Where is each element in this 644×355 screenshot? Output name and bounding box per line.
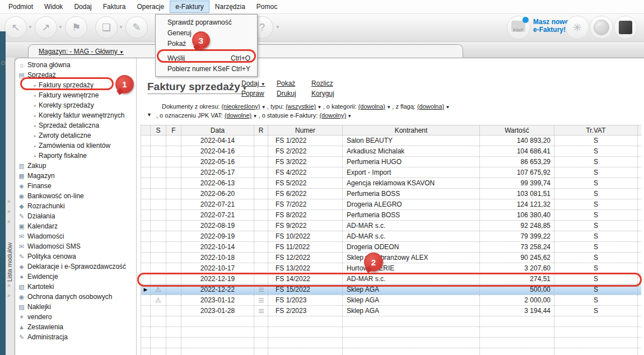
menu-podmiot[interactable]: Podmiot bbox=[3, 1, 39, 13]
sidebar-item-zakup[interactable]: ▥Zakup bbox=[15, 161, 136, 171]
menu-operacje[interactable]: Operacje bbox=[131, 1, 170, 13]
new-efaktury-notification[interactable]: Masz nowe e-Faktury! bbox=[533, 18, 568, 34]
sidebar-item-wiadomo-ci-sms[interactable]: ✉Wiadomości SMS bbox=[15, 241, 136, 251]
module-chevron-icon[interactable]: > bbox=[7, 199, 10, 204]
efaktury-menu-item-sprawd-poprawno[interactable]: Sprawdź poprawność bbox=[156, 17, 257, 27]
filter-value-dowolne[interactable]: (dowolne) bbox=[225, 112, 251, 119]
menu-dodaj[interactable]: Dodaj bbox=[68, 1, 97, 13]
module-chevron-icon[interactable]: > bbox=[7, 219, 10, 225]
toolbar-dropdown-arrow-icon[interactable]: ▼ bbox=[119, 25, 123, 30]
table-empty-row[interactable] bbox=[141, 338, 641, 348]
filter-collapse-icon[interactable]: ▼ bbox=[147, 112, 152, 118]
header-tr-vat[interactable]: Tr.VAT bbox=[554, 125, 638, 135]
header-warto[interactable]: Wartość bbox=[480, 125, 554, 135]
header-numer[interactable]: Numer bbox=[268, 125, 343, 135]
table-row[interactable]: 2022-04-14FS 1/2022Salon BEAUTY140 893,2… bbox=[141, 136, 641, 146]
header-kontrahent[interactable]: Kontrahent bbox=[343, 125, 480, 135]
sidebar-item-zestawienia[interactable]: ▲Zestawienia bbox=[15, 322, 136, 332]
sidebar-item-zam-wienia-od-klient-w[interactable]: ●Zamówienia od klientów bbox=[15, 141, 136, 151]
table-row[interactable]: 2022-07-21FS 8/2022Perfumeria BOSS106 38… bbox=[141, 210, 641, 221]
table-row[interactable]: 2022-10-14FS 11/2022Drogeria ODEON73 258… bbox=[141, 242, 641, 253]
sidebar-item-polityka-cenowa[interactable]: ✎Polityka cenowa bbox=[15, 251, 136, 261]
sidebar-item-deklaracje-i-e-sprawozdawczo[interactable]: ◈Deklaracje i e-Sprawozdawczość bbox=[15, 261, 136, 272]
menu-narz-dzia[interactable]: Narzędzia bbox=[209, 1, 251, 13]
filter-value-wszystkie[interactable]: (wszystkie) bbox=[286, 103, 316, 110]
module-chevron-icon[interactable]: > bbox=[7, 273, 10, 278]
sidebar-item-rozrachunki[interactable]: ◆Rozrachunki bbox=[15, 201, 136, 211]
sidebar-item-strona-g-wna[interactable]: ⌂Strona główna bbox=[15, 60, 136, 70]
table-row[interactable]: 2022-04-16FS 2/2022Arkadiusz Michalak104… bbox=[141, 146, 641, 157]
sidebar-item-korekty-faktur-wewn-trznych[interactable]: ●Korekty faktur wewnętrznych bbox=[15, 110, 136, 120]
toolbar-dropdown-arrow-icon[interactable]: ▼ bbox=[58, 25, 63, 30]
table-row[interactable]: 2022-08-19FS 9/2022AD-MAR s.c.92 248,85S bbox=[141, 221, 641, 231]
sidebar-item-ewidencje[interactable]: ●Ewidencje bbox=[15, 272, 136, 282]
header-s[interactable]: S bbox=[151, 125, 166, 135]
toolbar-forward-arrow-button[interactable]: ↗ bbox=[35, 16, 57, 39]
table-row[interactable]: 2022-07-21FS 7/2022Drogeria ALEGRO124 12… bbox=[141, 199, 641, 210]
sidebar-item-dzia-ania[interactable]: ✎Działania bbox=[15, 211, 136, 221]
menu-e-faktury[interactable]: e-Faktury bbox=[170, 1, 209, 13]
toolbar-flag-button[interactable]: ⚑ bbox=[65, 16, 87, 39]
sidebar-item-vendero[interactable]: ✶vendero bbox=[15, 312, 136, 322]
filter-value-dowolny[interactable]: (dowolny) bbox=[319, 112, 346, 119]
module-list-strip[interactable]: Lista modułów >>>>>> bbox=[6, 58, 15, 355]
row-pointer-cell bbox=[141, 210, 151, 220]
sidebar-item-kartoteki[interactable]: ▧Kartoteki bbox=[15, 282, 136, 292]
table-empty-row[interactable] bbox=[141, 327, 641, 338]
table-row[interactable]: 2023-01-28FS 2/2023Sklep AGA3 194,44S bbox=[141, 306, 641, 316]
sidebar-item-ochrona-danych-osobowych[interactable]: ◉Ochrona danych osobowych bbox=[15, 292, 136, 302]
toolbar-dropdown-arrow-icon[interactable]: ▼ bbox=[276, 25, 280, 30]
sidebar-item-administracja[interactable]: ✎Administracja bbox=[15, 332, 136, 342]
table-row[interactable]: 2022-05-17FS 4/2022Export - Import107 67… bbox=[141, 167, 641, 178]
sidebar-item-raporty-fiskalne[interactable]: ●Raporty fiskalne bbox=[15, 151, 136, 161]
filter-value-dowolna[interactable]: (dowolna) bbox=[358, 103, 385, 110]
sidebar-item-naklejki[interactable]: ▨Naklejki bbox=[15, 302, 136, 312]
filter-value-dowolna[interactable]: (dowolna) bbox=[417, 103, 444, 110]
filter-value-nieokre-lony[interactable]: (nieokreślony) bbox=[221, 103, 260, 110]
table-row[interactable]: 2022-09-19FS 10/2022AD-MAR s.c.79 399,22… bbox=[141, 231, 641, 242]
module-chevron-icon[interactable]: > bbox=[7, 209, 10, 214]
sidebar-item-korekty-sprzeda-y[interactable]: ●Korekty sprzedaży bbox=[15, 100, 136, 110]
sidebar-item-zwroty-detaliczne[interactable]: ●Zwroty detaliczne bbox=[15, 130, 136, 141]
sidebar-item-kalendarz[interactable]: ▣Kalendarz bbox=[15, 221, 136, 231]
module-chevron-icon[interactable]: > bbox=[7, 283, 10, 288]
toolbar-select-arrow-button[interactable]: ↖ bbox=[4, 16, 27, 39]
table-row[interactable]: 2022-06-13FS 5/2022Agencja reklamowa KSA… bbox=[141, 178, 641, 189]
cube-button[interactable] bbox=[614, 16, 637, 39]
gear-dots-button[interactable]: ✳ bbox=[566, 16, 589, 39]
sidebar-item-wiadomo-ci[interactable]: ✉Wiadomości bbox=[15, 231, 136, 241]
action-popraw[interactable]: Popraw bbox=[241, 90, 265, 97]
table-row[interactable]: 2022-05-16FS 3/2022Perfumeria HUGO86 653… bbox=[141, 157, 641, 167]
toolbar-dropdown-arrow-icon[interactable]: ▼ bbox=[28, 25, 32, 30]
table-empty-row[interactable] bbox=[141, 316, 641, 327]
sidebar-item-bankowo-on-line[interactable]: ◉Bankowość on-line bbox=[15, 191, 136, 201]
table-empty-row[interactable] bbox=[141, 348, 641, 355]
sidebar-item-magazyn[interactable]: ▦Magazyn bbox=[15, 171, 136, 181]
toolbar-edit-button[interactable]: ✎ bbox=[125, 16, 148, 39]
header-f[interactable]: F bbox=[166, 125, 181, 135]
menu-pomoc[interactable]: Pomoc bbox=[251, 1, 283, 13]
table-row[interactable]: 2022-06-20FS 6/2022Perfumeria BOSS103 08… bbox=[141, 189, 641, 199]
page-title[interactable]: Faktury sprzedaży ▾ bbox=[147, 81, 246, 94]
action-rozlicz[interactable]: Rozlicz bbox=[311, 80, 334, 87]
menu-widok[interactable]: Widok bbox=[39, 1, 68, 13]
ksef-button[interactable]: KSeF bbox=[507, 16, 530, 39]
table-row[interactable]: ⚠2023-01-12FS 1/2023Sklep AGA2 000,00S bbox=[141, 295, 641, 306]
header-data[interactable]: Data bbox=[181, 125, 254, 135]
magazyn-selector[interactable]: Magazyn: - MAG - Główny ▼ bbox=[39, 48, 124, 55]
header-r[interactable]: R bbox=[254, 125, 268, 135]
menu-faktura[interactable]: Faktura bbox=[97, 1, 132, 13]
action-dodaj[interactable]: Dodaj ▼ bbox=[241, 80, 265, 87]
action-drukuj[interactable]: Drukuj bbox=[277, 90, 296, 97]
module-chevron-icon[interactable]: > bbox=[7, 293, 10, 298]
efaktury-menu-item-pobierz-numer-ksef[interactable]: Pobierz numer KSeFCtrl+Y bbox=[156, 63, 257, 74]
pin-icon[interactable]: ⊙ bbox=[1, 59, 6, 67]
action-poka[interactable]: Pokaż bbox=[277, 80, 296, 87]
header-indicator[interactable] bbox=[141, 125, 151, 135]
action-koryguj[interactable]: Koryguj bbox=[311, 90, 334, 97]
toolbar-new-document-button[interactable]: ❏ bbox=[95, 16, 118, 39]
table-row[interactable]: 2022-10-18FS 12/2022Sklep wielobranżowy … bbox=[141, 253, 641, 263]
globe-button[interactable]: ⊕ bbox=[590, 16, 613, 39]
sidebar-item-finanse[interactable]: ◈Finanse bbox=[15, 181, 136, 191]
sidebar-item-sprzeda-detaliczna[interactable]: ●Sprzedaż detaliczna bbox=[15, 120, 136, 130]
